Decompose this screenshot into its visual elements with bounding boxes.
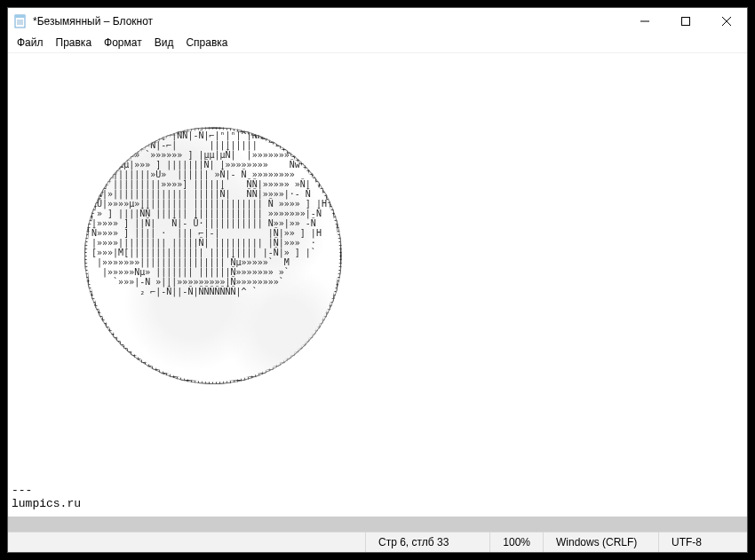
status-eol: Windows (CRLF) <box>543 532 658 552</box>
menu-view[interactable]: Вид <box>149 35 179 50</box>
status-zoom[interactable]: 100% <box>489 532 543 552</box>
maximize-button[interactable] <box>665 8 706 35</box>
minimize-button[interactable] <box>624 8 665 35</box>
notepad-window: *Безымянный – Блокнот Файл Правка <box>7 7 748 553</box>
window-title: *Безымянный – Блокнот <box>33 15 624 28</box>
menu-bar: Файл Правка Формат Вид Справка <box>8 35 747 52</box>
ascii-art-text: ¸ |ÑÑ|-Ñ|⌐|ⁿ|ⁿ|^|ÑÑN w ¸ ,`N|-⌐| |||||||… <box>84 127 342 384</box>
scrollbar-thumb[interactable] <box>8 517 747 532</box>
menu-help[interactable]: Справка <box>180 35 233 50</box>
status-cursor: Стр 6, стлб 33 <box>365 532 489 552</box>
horizontal-scrollbar[interactable] <box>8 517 747 532</box>
footer-text[interactable]: --- lumpics.ru <box>12 484 81 510</box>
ascii-art-globe: ¸ |ÑÑ|-Ñ|⌐|ⁿ|ⁿ|^|ÑÑN w ¸ ,`N|-⌐| |||||||… <box>84 127 342 384</box>
notepad-icon <box>13 14 28 28</box>
svg-rect-6 <box>682 18 690 26</box>
menu-file[interactable]: Файл <box>12 35 49 50</box>
status-encoding: UTF-8 <box>658 532 747 552</box>
text-content[interactable]: ¸ |ÑÑ|-Ñ|⌐|ⁿ|ⁿ|^|ÑÑN w ¸ ,`N|-⌐| |||||||… <box>8 53 747 517</box>
menu-edit[interactable]: Правка <box>51 35 98 50</box>
editor-area: ¸ |ÑÑ|-Ñ|⌐|ⁿ|ⁿ|^|ÑÑN w ¸ ,`N|-⌐| |||||||… <box>8 52 747 532</box>
status-bar: Стр 6, стлб 33 100% Windows (CRLF) UTF-8 <box>8 532 747 552</box>
close-button[interactable] <box>706 8 747 35</box>
svg-rect-1 <box>15 15 25 18</box>
title-bar[interactable]: *Безымянный – Блокнот <box>8 8 747 35</box>
menu-format[interactable]: Формат <box>99 35 147 50</box>
